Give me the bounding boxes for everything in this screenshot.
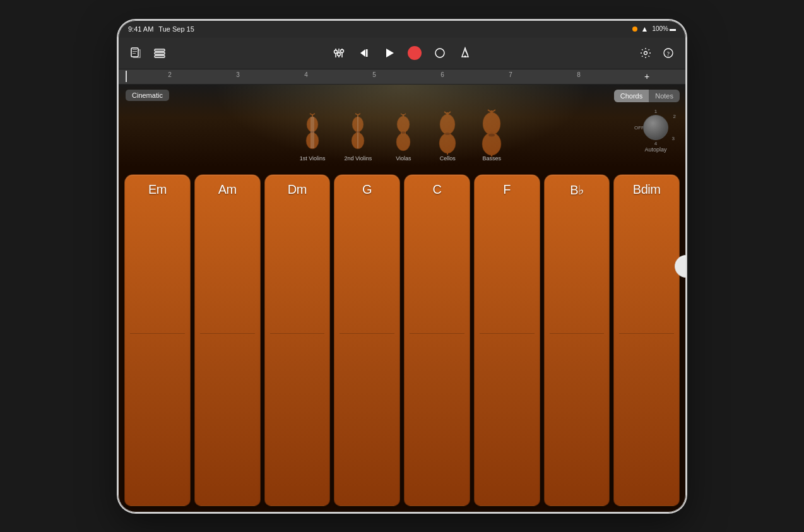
- svg-rect-4: [155, 49, 165, 51]
- svg-marker-17: [462, 48, 468, 57]
- chord-key-am-divider: [200, 333, 255, 334]
- chord-key-g-label: G: [362, 182, 372, 197]
- svg-point-48: [440, 114, 455, 134]
- timeline-num-3: 3: [204, 71, 272, 81]
- instrument-cellos[interactable]: Cellos: [435, 112, 460, 162]
- chord-key-c-label: C: [432, 182, 441, 197]
- chord-key-bdim-label: Bdim: [633, 182, 661, 197]
- mixer-button[interactable]: [329, 43, 349, 63]
- autoplay-label-1: 1: [654, 109, 657, 114]
- svg-marker-15: [386, 49, 394, 57]
- count-in-button[interactable]: [430, 43, 450, 63]
- autoplay-text-label: Autoplay: [644, 146, 666, 153]
- notes-button[interactable]: Notes: [649, 90, 680, 102]
- svg-rect-3: [133, 53, 136, 54]
- svg-line-39: [358, 114, 360, 115]
- timeline-ruler: 2 3 4 5 6 7 8 +: [118, 69, 686, 85]
- chord-key-dm[interactable]: Dm: [264, 174, 331, 506]
- svg-point-10: [334, 50, 338, 54]
- svg-point-44: [401, 131, 406, 134]
- svg-point-16: [435, 49, 444, 57]
- svg-point-41: [397, 116, 410, 133]
- instrument-label-2nd-violins: 2nd Violins: [344, 155, 372, 162]
- autoplay-label-4: 4: [654, 141, 657, 146]
- chord-key-am-label: Am: [218, 182, 237, 197]
- instrument-1st-violins[interactable]: 1st Violins: [300, 112, 326, 162]
- controls-panel: Chords Notes 1 2 3 4 OFF Autoplay: [614, 85, 680, 153]
- svg-point-20: [644, 52, 647, 55]
- instrument-2nd-violins[interactable]: 2nd Violins: [344, 112, 372, 162]
- wifi-icon: ▲: [641, 25, 649, 33]
- chord-key-c-divider: [410, 333, 464, 334]
- chord-key-f-divider: [480, 333, 535, 334]
- chords-button[interactable]: Chords: [614, 90, 649, 102]
- svg-marker-13: [360, 49, 365, 57]
- battery-icon-shape: ▬: [670, 25, 676, 32]
- chord-key-bdim[interactable]: Bdim: [613, 174, 680, 506]
- instrument-label-1st-violins: 1st Violins: [300, 155, 326, 162]
- chord-key-g[interactable]: G: [334, 174, 400, 506]
- cinematic-label: Cinematic: [126, 90, 169, 101]
- instrument-label-violas: Violas: [396, 155, 411, 162]
- chord-key-dm-label: Dm: [288, 182, 307, 197]
- autoplay-dial[interactable]: [643, 115, 668, 140]
- svg-rect-18: [464, 56, 466, 57]
- chord-key-bb-divider: [550, 333, 605, 334]
- chord-key-bb-label: B♭: [570, 182, 583, 198]
- toolbar: ?: [118, 38, 686, 69]
- timeline-num-2: 2: [136, 71, 204, 81]
- chord-notes-toggle[interactable]: Chords Notes: [614, 90, 680, 102]
- svg-line-28: [310, 114, 312, 115]
- autoplay-knob-wrap: 1 2 3 4 OFF: [637, 109, 675, 146]
- svg-point-51: [445, 133, 450, 135]
- status-bar: 9:41 AM Tue Sep 15 ▲ 100% ▬: [118, 20, 686, 38]
- status-date: Tue Sep 15: [158, 25, 194, 33]
- svg-rect-6: [155, 56, 165, 57]
- svg-point-59: [488, 134, 495, 137]
- timeline-playhead[interactable]: [126, 71, 127, 82]
- chord-key-f-label: F: [503, 182, 511, 197]
- metronome-button[interactable]: [455, 43, 475, 63]
- rewind-button[interactable]: [354, 43, 374, 63]
- chord-keys-area: Em Am Dm G C F B♭ Bdim: [118, 167, 686, 512]
- settings-button[interactable]: [636, 43, 656, 63]
- chord-key-am[interactable]: Am: [194, 174, 261, 506]
- svg-line-38: [355, 114, 358, 115]
- record-button[interactable]: [405, 43, 425, 63]
- chord-key-g-divider: [340, 333, 394, 334]
- chord-key-c[interactable]: C: [404, 174, 470, 506]
- orange-dot-indicator: [632, 27, 637, 32]
- instrument-label-cellos: Cellos: [440, 155, 456, 162]
- timeline-num-plus[interactable]: +: [613, 71, 681, 81]
- svg-rect-1: [133, 49, 137, 50]
- help-button[interactable]: ?: [658, 43, 678, 63]
- play-button[interactable]: [379, 43, 399, 63]
- instrument-violas[interactable]: Violas: [391, 112, 416, 162]
- song-library-button[interactable]: [126, 43, 146, 63]
- timeline-num-8: 8: [545, 71, 613, 81]
- svg-point-56: [483, 112, 500, 135]
- chord-key-f[interactable]: F: [474, 174, 540, 506]
- autoplay-label-3: 3: [672, 136, 675, 141]
- status-time: 9:41 AM: [128, 25, 153, 33]
- instrument-area: Cinematic 1st Violins: [118, 85, 686, 167]
- svg-line-29: [312, 114, 315, 115]
- tracks-view-button[interactable]: [150, 43, 170, 63]
- svg-point-12: [341, 50, 344, 53]
- instrument-label-basses: Basses: [483, 155, 502, 162]
- autoplay-section: 1 2 3 4 OFF Autoplay: [637, 109, 675, 153]
- timeline-num-7: 7: [476, 71, 545, 81]
- battery-indicator: 100% ▬: [652, 25, 676, 32]
- chord-key-em-divider: [130, 333, 185, 334]
- instrument-basses[interactable]: Basses: [479, 112, 504, 162]
- svg-text:?: ?: [667, 50, 670, 57]
- svg-point-11: [338, 53, 341, 56]
- timeline-num-5: 5: [340, 71, 408, 81]
- timeline-num-4: 4: [272, 71, 340, 81]
- chord-key-bdim-divider: [619, 333, 674, 334]
- autoplay-label-2: 2: [673, 114, 676, 119]
- chord-key-bb[interactable]: B♭: [544, 174, 610, 506]
- chord-key-em[interactable]: Em: [124, 174, 191, 506]
- chord-key-em-label: Em: [148, 182, 167, 197]
- chord-key-dm-divider: [270, 333, 325, 334]
